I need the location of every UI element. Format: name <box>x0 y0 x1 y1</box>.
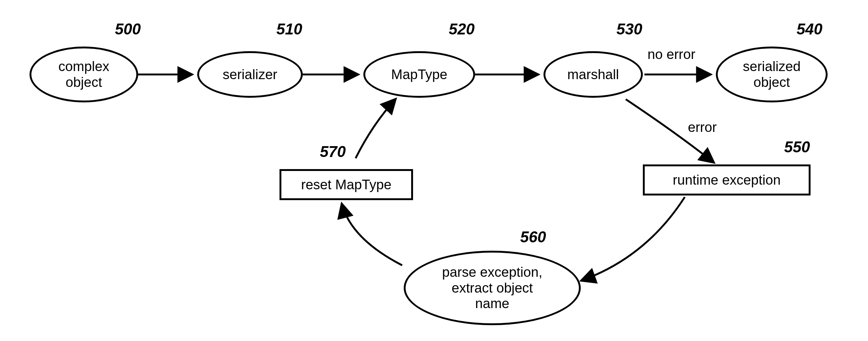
ref-510: 510 <box>276 20 302 38</box>
ref-540: 540 <box>797 20 823 38</box>
node-label: serializedobject <box>743 59 801 90</box>
edge-noerror-label: no error <box>648 46 695 62</box>
node-parse-exception: parse exception,extract objectname <box>404 251 581 325</box>
node-label: MapType <box>391 67 447 82</box>
node-maptype: MapType <box>363 51 475 98</box>
node-label: marshall <box>567 67 619 82</box>
node-serialized-object: serializedobject <box>716 46 828 102</box>
ref-520: 520 <box>449 20 474 38</box>
node-runtime-exception: runtime exception <box>643 165 810 196</box>
node-label: reset MapType <box>301 177 391 193</box>
node-reset-maptype: reset MapType <box>279 169 413 200</box>
node-serializer: serializer <box>197 51 303 98</box>
ref-530: 530 <box>616 20 642 38</box>
ref-560: 560 <box>520 228 546 246</box>
node-label: parse exception,extract objectname <box>442 264 542 311</box>
node-label: complexobject <box>58 59 109 90</box>
ref-570: 570 <box>320 143 346 161</box>
node-label: serializer <box>223 67 277 82</box>
diagram-stage: complexobject 500 serializer 510 MapType… <box>0 0 868 341</box>
ref-550: 550 <box>784 138 810 156</box>
node-complex-object: complexobject <box>30 46 138 102</box>
node-label: runtime exception <box>673 172 780 188</box>
edge-error-label: error <box>688 120 717 135</box>
node-marshall: marshall <box>544 51 643 98</box>
ref-500: 500 <box>115 20 141 38</box>
